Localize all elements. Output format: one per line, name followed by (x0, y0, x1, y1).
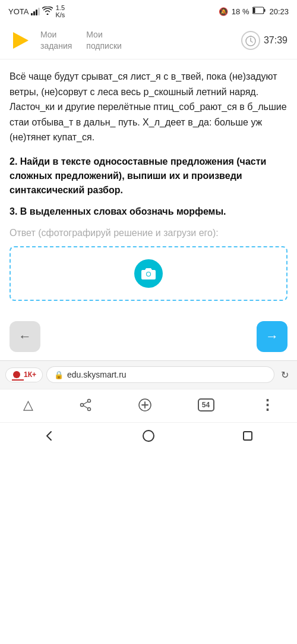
status-left: YOTA 1.5K/s (8, 4, 65, 18)
svg-point-19 (143, 431, 154, 441)
status-bar: YOTA 1.5K/s 🔕 18 % 20:2 (0, 0, 297, 21)
task-2-title: 2. Найди в тексте односоставные предложе… (10, 155, 287, 197)
wifi-icon (42, 7, 53, 17)
app-logo (10, 30, 31, 51)
nav-my-tasks-line1: Мои (40, 29, 72, 40)
svg-line-14 (83, 402, 88, 405)
data-speed: 1.5K/s (55, 4, 65, 18)
system-nav-bar (0, 422, 297, 453)
svg-point-12 (87, 408, 90, 411)
task-3-title: 3. В выделенных словах обозначь морфемы. (10, 205, 287, 219)
lock-icon: 🔒 (54, 370, 64, 379)
share-icon (79, 398, 92, 411)
task-3-section: 3. В выделенных словах обозначь морфемы. (10, 205, 287, 219)
timer-value: 37:39 (264, 35, 287, 46)
tab-count-label: 54 (202, 401, 210, 409)
carrier-label: YOTA (8, 7, 29, 16)
svg-line-15 (83, 406, 88, 409)
svg-marker-3 (13, 32, 29, 49)
browser-address-bar: 1К+ 🔒 edu.skysmart.ru ↻ (0, 360, 297, 389)
nav-my-subscriptions[interactable]: Мои подписки (86, 29, 122, 51)
svg-rect-1 (264, 9, 266, 12)
nav-my-tasks[interactable]: Мои задания (40, 29, 72, 51)
upload-area[interactable] (10, 246, 287, 301)
nav-my-tasks-line2: задания (40, 40, 72, 51)
camera-button[interactable] (134, 259, 163, 288)
svg-point-10 (13, 371, 20, 378)
main-content: Всё чаще будут срыват_ся лист_я с в_твей… (0, 59, 297, 315)
url-text: edu.skysmart.ru (67, 370, 127, 379)
back-button[interactable]: ← (10, 321, 40, 352)
home-circle-icon (142, 429, 155, 442)
bottom-nav-bar: △ 54 ⋮ (0, 389, 297, 422)
reload-button[interactable]: ↻ (279, 369, 291, 381)
tabs-nav-item[interactable]: 54 (198, 398, 214, 411)
home-icon: △ (23, 397, 33, 413)
back-arrow-icon (43, 429, 56, 442)
task-navigation: ← → (0, 315, 297, 360)
nav-my-subscriptions-line2: подписки (86, 40, 122, 51)
header-nav: Мои задания Мои подписки (40, 29, 241, 51)
time-display: 20:23 (269, 7, 289, 16)
app-header: Мои задания Мои подписки 37:39 (0, 21, 297, 59)
more-nav-item[interactable]: ⋮ (260, 397, 274, 413)
svg-line-6 (251, 41, 252, 42)
forward-button[interactable]: → (257, 321, 287, 352)
task-2-section: 2. Найди в тексте односоставные предложе… (10, 155, 287, 197)
recent-square-icon (241, 429, 254, 442)
url-bar[interactable]: 🔒 edu.skysmart.ru (47, 367, 274, 382)
battery-level: 18 % (232, 7, 249, 16)
no-disturb-icon: 🔕 (219, 7, 228, 16)
add-icon (138, 398, 152, 412)
tab-count-badge: 54 (198, 398, 214, 411)
signal-icon (31, 7, 40, 15)
add-tab-item[interactable] (138, 398, 152, 412)
home-nav-item[interactable]: △ (23, 397, 33, 413)
timer-block: 37:39 (241, 31, 287, 50)
more-icon: ⋮ (260, 397, 274, 413)
passage-text: Всё чаще будут срыват_ся лист_я с в_твей… (10, 69, 287, 145)
system-home-button[interactable] (135, 427, 162, 448)
svg-point-9 (147, 272, 150, 276)
svg-point-11 (87, 400, 90, 403)
system-back-button[interactable] (36, 427, 63, 448)
bubble-count-label: 1К+ (24, 370, 36, 379)
svg-rect-2 (253, 8, 255, 13)
timer-icon (241, 31, 260, 50)
comments-bubble[interactable]: 1К+ (6, 368, 42, 382)
share-nav-item[interactable] (79, 398, 92, 411)
battery-icon (252, 7, 266, 16)
svg-point-13 (80, 404, 83, 407)
status-right: 🔕 18 % 20:23 (219, 7, 289, 16)
answer-prompt: Ответ (сфотографируй решение и загрузи е… (10, 226, 287, 240)
system-recent-button[interactable] (234, 427, 261, 448)
svg-rect-20 (244, 432, 252, 440)
nav-my-subscriptions-line1: Мои (86, 29, 122, 40)
